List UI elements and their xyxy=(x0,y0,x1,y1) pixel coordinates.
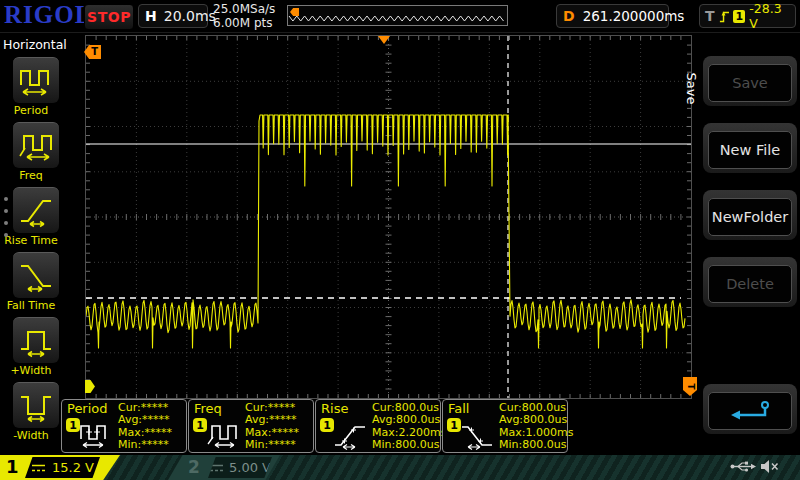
back-button[interactable] xyxy=(703,384,797,434)
waveform-preview[interactable] xyxy=(287,5,508,26)
period-button[interactable] xyxy=(13,57,59,103)
rise-time-button[interactable] xyxy=(13,187,59,233)
rigol-logo: RIGOL xyxy=(4,1,92,29)
trigger-t-label: T xyxy=(705,8,715,24)
measurement-stats: Cur:800.0us Avg:800.0us Max:1.000ms Min:… xyxy=(499,402,573,451)
sample-rate: 25.0MSa/s xyxy=(213,2,275,16)
fall-icon xyxy=(460,420,494,450)
source-badge: 1 xyxy=(447,418,461,432)
channel1-waveform xyxy=(86,36,691,398)
menu-tab-save: Save xyxy=(683,58,701,118)
rise-icon xyxy=(333,420,367,450)
preview-wave xyxy=(288,6,507,25)
rise-time-icon xyxy=(18,194,54,228)
freq-icon xyxy=(206,420,240,450)
acquisition-info: 25.0MSa/s 6.00M pts xyxy=(213,2,275,30)
new-file-button[interactable]: New File xyxy=(703,123,797,173)
oscilloscope-screen: RIGOL STOP H 20.0ms 25.0MSa/s 6.00M pts … xyxy=(0,0,800,480)
new-folder-button[interactable]: NewFolder xyxy=(703,190,797,240)
fall-time-icon xyxy=(18,259,54,293)
run-state-indicator[interactable]: STOP xyxy=(84,4,134,30)
measurement-panel-rise[interactable]: Rise 1 Cur:800.0us Avg:800.0us Max:2.200… xyxy=(315,399,441,453)
source-badge: 1 xyxy=(320,418,334,432)
scroll-dot xyxy=(4,197,8,201)
measurement-panel-fall[interactable]: Fall 1 Cur:800.0us Avg:800.0us Max:1.000… xyxy=(442,399,568,453)
scroll-dot xyxy=(4,233,8,237)
memory-depth: 6.00M pts xyxy=(213,16,275,30)
measurement-stats: Cur:***** Avg:***** Max:***** Min:***** xyxy=(118,402,172,451)
period-icon xyxy=(79,420,113,450)
plus-width-icon xyxy=(18,324,54,358)
trigger-box[interactable]: T 1 -28.3 V xyxy=(699,4,796,28)
save-button: Save xyxy=(703,56,797,106)
run-state-label: STOP xyxy=(87,9,131,25)
speaker-muted-icon xyxy=(760,459,779,474)
timebase-h-label: H xyxy=(145,8,157,24)
minus-width-button[interactable] xyxy=(13,382,59,428)
delay-box[interactable]: D 261.200000ms xyxy=(556,4,669,28)
measurement-stats: Cur:800.0us Avg:800.0us Max:2.200ms Min:… xyxy=(372,402,446,451)
trigger-source-badge: 1 xyxy=(733,10,745,23)
measurement-panel-period[interactable]: Period 1 Cur:***** Avg:***** Max:***** M… xyxy=(61,399,187,453)
source-badge: 1 xyxy=(66,418,80,432)
left-menu-title: Horizontal xyxy=(3,37,67,52)
channel1-indicator[interactable]: 1 15.2 V xyxy=(0,455,120,480)
dc-coupling-icon xyxy=(209,463,224,473)
channel-status-bar: 1 15.2 V 2 5.00 V xyxy=(0,455,800,480)
fall-time-button[interactable] xyxy=(13,252,59,298)
minus-width-icon xyxy=(18,389,54,423)
measurement-stats: Cur:***** Avg:***** Max:***** Min:***** xyxy=(245,402,299,451)
timebase-value: 20.0ms xyxy=(164,8,216,24)
source-badge: 1 xyxy=(193,418,207,432)
trigger-time-marker-icon[interactable] xyxy=(378,36,390,44)
delete-button: Delete xyxy=(703,257,797,307)
waveform-display xyxy=(85,35,692,399)
delay-value: 261.200000ms xyxy=(583,8,685,24)
usb-icon xyxy=(730,459,756,474)
freq-icon xyxy=(18,129,54,163)
timebase-box[interactable]: H 20.0ms xyxy=(138,4,208,28)
scroll-dot xyxy=(4,209,8,213)
channel2-indicator[interactable]: 2 5.00 V xyxy=(168,455,280,480)
scroll-dot xyxy=(4,221,8,225)
top-bar: RIGOL STOP H 20.0ms 25.0MSa/s 6.00M pts … xyxy=(0,0,800,33)
period-icon xyxy=(18,64,54,98)
rising-edge-icon xyxy=(719,8,730,25)
return-arrow-icon xyxy=(730,400,770,422)
freq-button[interactable] xyxy=(13,122,59,168)
plus-width-button[interactable] xyxy=(13,317,59,363)
measurement-panel-freq[interactable]: Freq 1 Cur:***** Avg:***** Max:***** Min… xyxy=(188,399,314,453)
delay-d-label: D xyxy=(563,8,575,24)
trigger-level-value: -28.3 V xyxy=(749,1,790,31)
dc-coupling-icon xyxy=(31,463,46,473)
